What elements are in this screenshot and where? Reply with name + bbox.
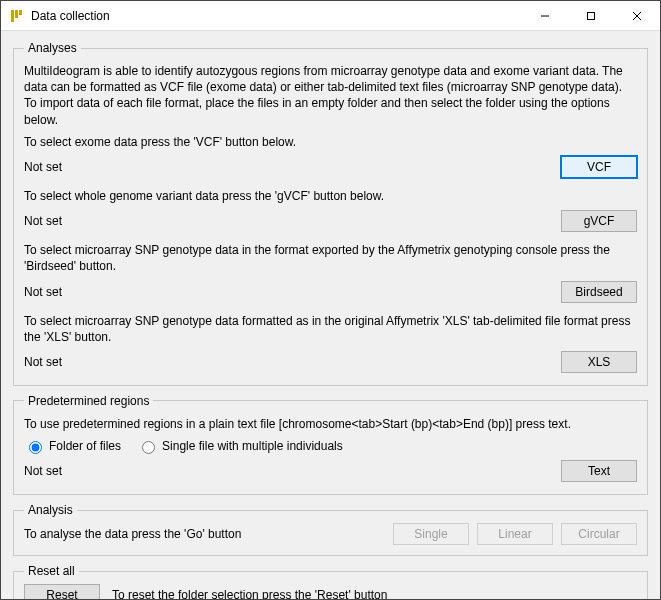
xls-status: Not set: [24, 355, 553, 369]
titlebar: Data collection: [1, 1, 660, 31]
gvcf-button[interactable]: gVCF: [561, 210, 637, 232]
xls-prompt: To select microarray SNP genotype data f…: [24, 313, 637, 345]
radio-single-label[interactable]: Single file with multiple individuals: [137, 438, 343, 454]
radio-single-text: Single file with multiple individuals: [162, 439, 343, 453]
svg-rect-4: [588, 12, 595, 19]
radio-folder-label[interactable]: Folder of files: [24, 438, 121, 454]
maximize-button[interactable]: [568, 1, 614, 31]
reset-group: Reset all Reset To reset the folder sele…: [13, 564, 648, 599]
close-button[interactable]: [614, 1, 660, 31]
linear-button[interactable]: Linear: [477, 523, 553, 545]
analyses-group: Analyses MultiIdeogram is able to identi…: [13, 41, 648, 386]
vcf-prompt: To select exome data press the 'VCF' but…: [24, 134, 637, 150]
analysis-prompt: To analyse the data press the 'Go' butto…: [24, 527, 385, 541]
analyses-intro: MultiIdeogram is able to identify autozy…: [24, 63, 637, 128]
radio-folder[interactable]: [29, 441, 42, 454]
svg-rect-1: [15, 10, 18, 18]
vcf-button[interactable]: VCF: [561, 156, 637, 178]
vcf-status: Not set: [24, 160, 553, 174]
predetermined-group: Predetermined regions To use predetermin…: [13, 394, 648, 495]
analysis-group: Analysis To analyse the data press the '…: [13, 503, 648, 556]
predetermined-status: Not set: [24, 464, 553, 478]
radio-single[interactable]: [142, 441, 155, 454]
app-icon: [9, 8, 25, 24]
reset-button[interactable]: Reset: [24, 584, 100, 599]
text-button[interactable]: Text: [561, 460, 637, 482]
predetermined-legend: Predetermined regions: [24, 394, 153, 408]
analysis-legend: Analysis: [24, 503, 77, 517]
single-button[interactable]: Single: [393, 523, 469, 545]
window-title: Data collection: [31, 9, 110, 23]
gvcf-prompt: To select whole genome variant data pres…: [24, 188, 637, 204]
birdseed-prompt: To select microarray SNP genotype data i…: [24, 242, 637, 274]
gvcf-status: Not set: [24, 214, 553, 228]
client-area: Analyses MultiIdeogram is able to identi…: [1, 31, 660, 599]
birdseed-button[interactable]: Birdseed: [561, 281, 637, 303]
minimize-button[interactable]: [522, 1, 568, 31]
svg-rect-2: [19, 10, 22, 15]
analyses-legend: Analyses: [24, 41, 81, 55]
reset-legend: Reset all: [24, 564, 79, 578]
reset-caption: To reset the folder selection press the …: [112, 588, 387, 599]
app-window: Data collection Analyses MultiIdeogram i…: [0, 0, 661, 600]
svg-rect-0: [11, 10, 14, 22]
predetermined-intro: To use predetermined regions in a plain …: [24, 416, 637, 432]
circular-button[interactable]: Circular: [561, 523, 637, 545]
radio-folder-text: Folder of files: [49, 439, 121, 453]
xls-button[interactable]: XLS: [561, 351, 637, 373]
birdseed-status: Not set: [24, 285, 553, 299]
